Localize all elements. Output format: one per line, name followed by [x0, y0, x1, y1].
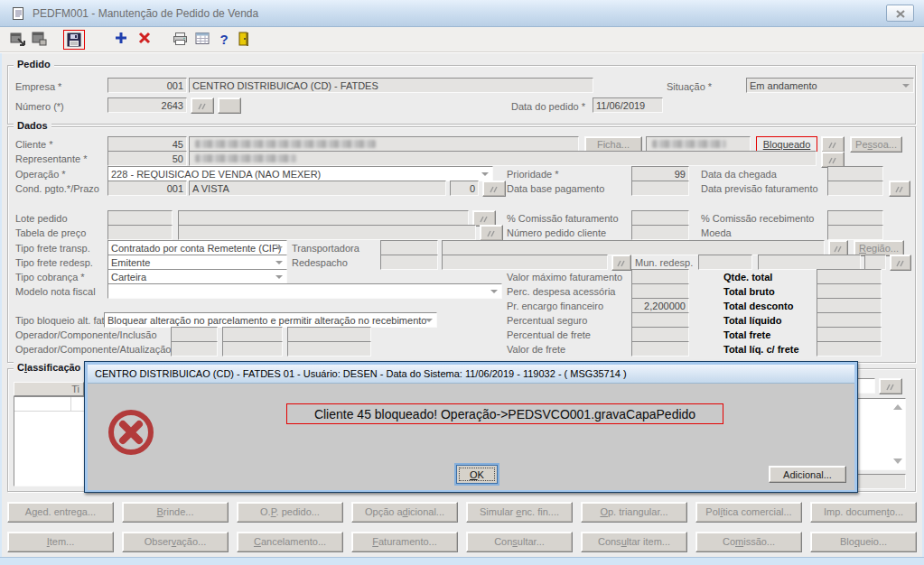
representante-name-field[interactable] [189, 151, 817, 166]
oper-atualizacao-field-2[interactable] [222, 341, 283, 357]
data-prev-fat-lookup-button[interactable] [889, 181, 910, 197]
cond-pgto-lookup-button[interactable] [482, 181, 506, 197]
politica-comercial-button[interactable]: Política comercial... [695, 502, 802, 523]
perc-despesa-field[interactable] [631, 283, 689, 299]
bloqueio-button[interactable]: Bloqueio... [810, 532, 917, 552]
imp-documento-button[interactable]: Imp. documento... [810, 502, 917, 523]
redespacho-name-field[interactable] [442, 255, 608, 270]
transportadora-name-field[interactable] [442, 240, 825, 255]
mun-redesp-code-field[interactable] [698, 255, 752, 270]
close-button[interactable] [886, 5, 914, 22]
num-ped-cli-field[interactable] [631, 225, 689, 240]
tabela-code-field[interactable] [107, 225, 173, 240]
total-liquido-field[interactable] [817, 312, 882, 328]
redespacho-lookup-button[interactable] [611, 255, 631, 271]
consultar-item-button[interactable]: Consultar item... [581, 532, 687, 552]
mun-redesp-uf-field[interactable] [864, 255, 886, 270]
item-button[interactable]: Item... [7, 532, 114, 552]
brinde-button[interactable]: Brinde... [122, 502, 229, 523]
detach-window-button[interactable] [29, 30, 51, 50]
cliente-name-field[interactable] [189, 136, 579, 152]
cliente-status-field[interactable] [646, 136, 751, 152]
operacao-dropdown[interactable]: 228 - REQUISICAO DE VENDA (NAO MEXER) [107, 166, 493, 181]
perc-frete-field[interactable] [631, 327, 689, 342]
print-button[interactable] [170, 30, 191, 50]
moeda-field[interactable] [827, 225, 883, 240]
tabela-desc-field[interactable] [178, 225, 476, 240]
empresa-code-field[interactable]: 001 [107, 78, 187, 93]
classificacao-col-header-tipo[interactable]: Ti [14, 382, 84, 396]
oper-inclusao-field-2[interactable] [222, 327, 283, 342]
simular-enc-fin-button[interactable]: Simular enc. fin.... [466, 502, 573, 523]
comissao-button[interactable]: Comissão... [695, 532, 802, 552]
exit-button[interactable] [233, 30, 255, 50]
cond-pgto-desc-field[interactable]: A VISTA [189, 181, 446, 196]
modelo-nf-dropdown[interactable] [107, 283, 502, 299]
frete-transp-dropdown[interactable]: Contratado por conta Remetente (CIF) [107, 240, 287, 255]
comissao-fat-field[interactable] [631, 210, 689, 226]
total-desconto-field[interactable] [817, 298, 882, 313]
total-liq-frete-field[interactable] [817, 341, 882, 357]
aged-entrega-button[interactable]: Aged. entrega... [7, 502, 114, 523]
oper-atualizacao-field-1[interactable] [171, 341, 218, 357]
mun-redesp-name-field[interactable] [758, 255, 861, 270]
numero-field[interactable]: 2643 [107, 97, 187, 113]
prazo-field[interactable]: 0 [450, 181, 479, 196]
cancelamento-button[interactable]: Cancelamento... [237, 532, 343, 552]
encargo-field[interactable]: 2,200000 [631, 298, 689, 313]
data-pedido-field[interactable]: 11/06/2019 [593, 97, 663, 113]
save-button[interactable] [63, 30, 85, 50]
faturamento-button[interactable]: Faturamento... [351, 532, 458, 552]
classificacao-total-field[interactable] [854, 474, 906, 489]
pessoa-button[interactable]: Pessoa... [850, 136, 902, 153]
mun-redesp-lookup-button[interactable] [890, 255, 911, 271]
add-button[interactable] [110, 30, 132, 50]
delete-button[interactable] [134, 30, 155, 50]
oper-inclusao-field-3[interactable] [287, 327, 371, 342]
cond-pgto-code-field[interactable]: 001 [107, 181, 187, 196]
op-pedido-button[interactable]: O.P. pedido... [237, 502, 343, 523]
situacao-dropdown[interactable]: Em andamento [746, 78, 914, 93]
prioridade-field[interactable]: 99 [631, 166, 689, 181]
transportadora-code-field[interactable] [380, 240, 438, 255]
observacao-button[interactable]: Observação... [122, 532, 229, 552]
perc-seguro-field[interactable] [631, 312, 689, 328]
representante-code-field[interactable]: 50 [107, 151, 187, 166]
lote-code-field[interactable] [107, 210, 173, 226]
data-base-field[interactable] [631, 181, 689, 196]
qtde-total-field[interactable] [817, 269, 882, 284]
ok-button[interactable]: OK [456, 465, 498, 484]
lote-desc-field[interactable] [178, 210, 469, 226]
comissao-rec-field[interactable] [827, 210, 883, 226]
scroll-down-icon[interactable] [893, 458, 902, 464]
opcao-adicional-button[interactable]: Opção adicional... [351, 502, 458, 523]
help-button[interactable]: ? [213, 30, 235, 50]
tipo-bloqueio-dropdown[interactable]: Bloquear alteração no parcelamento e per… [104, 312, 437, 328]
attach-window-button[interactable] [7, 30, 29, 50]
oper-atualizacao-field-3[interactable] [287, 341, 371, 357]
empresa-name-field[interactable]: CENTRO DISTRIBUICAO (CD) - FATDES [189, 78, 593, 93]
total-bruto-field[interactable] [817, 283, 882, 299]
valor-frete-field[interactable] [631, 341, 689, 357]
oper-inclusao-field-1[interactable] [171, 327, 218, 342]
numero-lookup-button[interactable] [191, 97, 214, 114]
classificacao-grid[interactable] [14, 396, 86, 486]
cobranca-dropdown[interactable]: Carteira [107, 269, 287, 284]
scroll-up-icon[interactable] [893, 404, 902, 410]
data-prev-fat-field[interactable] [827, 181, 883, 196]
frete-redesp-dropdown[interactable]: Emitente [107, 255, 287, 270]
classificacao-listbox[interactable] [854, 398, 906, 470]
cliente-lookup-button[interactable] [821, 136, 845, 153]
classificacao-lookup-button[interactable] [879, 378, 902, 394]
op-triangular-button[interactable]: Op. triangular... [581, 502, 687, 523]
adicional-button[interactable]: Adicional... [769, 466, 846, 483]
redespacho-code-field[interactable] [380, 255, 438, 270]
numero-extra-button[interactable] [218, 97, 241, 114]
valor-max-field[interactable] [631, 269, 689, 284]
cliente-code-field[interactable]: 45 [107, 136, 187, 152]
data-chegada-field[interactable] [827, 166, 883, 181]
grid-button[interactable] [191, 30, 213, 50]
total-frete-field[interactable] [817, 327, 882, 342]
tabela-lookup-button[interactable] [480, 225, 503, 241]
consultar-button[interactable]: Consultar... [466, 532, 573, 552]
